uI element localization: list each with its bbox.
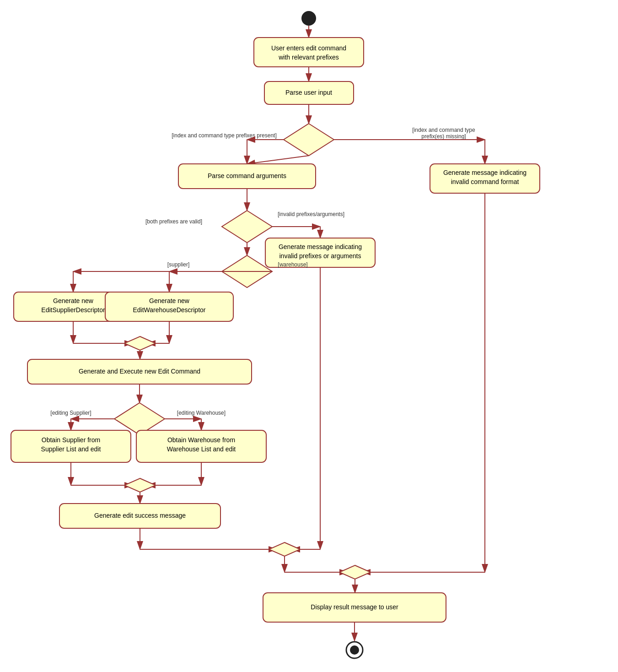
invalid-format-text: Generate message indicating: [443, 169, 527, 176]
label-editing-warehouse: [editing Warehouse]: [177, 410, 226, 416]
obtain-supplier-text2: Supplier List and edit: [41, 445, 101, 453]
invalid-prefixes-text: Generate message indicating: [279, 243, 362, 250]
diamond-prefixes: [222, 211, 272, 243]
gen-execute-text: Generate and Execute new Edit Command: [79, 368, 200, 375]
gen-warehouse-desc-text2: EditWarehouseDescriptor: [133, 306, 206, 314]
diamond-index: [284, 124, 334, 156]
label-editing-supplier: [editing Supplier]: [50, 410, 91, 416]
diamond-merge1: [124, 336, 156, 350]
gen-supplier-desc-text: Generate new: [53, 297, 94, 304]
label-supplier: [supplier]: [167, 261, 190, 268]
user-enters-box: [254, 38, 364, 67]
invalid-prefixes-text2: invalid prefixes or arguments: [279, 252, 361, 260]
user-enters-text2: with relevant prefixes: [278, 54, 339, 61]
end-inner: [350, 645, 359, 655]
label-index-missing2: prefix(es) missing]: [421, 133, 466, 140]
svg-line-6: [247, 156, 309, 164]
label-warehouse: [warehouse]: [278, 261, 307, 268]
start-node: [301, 11, 316, 26]
gen-supplier-desc-text2: EditSupplierDescriptor: [41, 306, 105, 314]
gen-success-text: Generate edit success message: [94, 512, 186, 519]
user-enters-text: User enters edit command: [271, 44, 346, 52]
parse-args-text: Parse command arguments: [208, 172, 286, 179]
obtain-warehouse-text: Obtain Warehouse from: [167, 436, 235, 444]
diamond-merge2: [124, 478, 156, 492]
activity-diagram: User enters edit command with relevant p…: [0, 0, 618, 672]
display-result-text: Display result message to user: [311, 603, 398, 611]
label-index-missing: [index and command type: [412, 127, 475, 133]
gen-warehouse-desc-text: Generate new: [149, 297, 190, 304]
diamond-merge4: [339, 565, 371, 579]
obtain-supplier-text: Obtain Supplier from: [42, 436, 100, 444]
label-index-present: [index and command type prefixes present…: [172, 132, 276, 139]
parse-input-text: Parse user input: [285, 89, 332, 96]
obtain-warehouse-text2: Warehouse List and edit: [167, 445, 236, 453]
diamond-merge3: [269, 542, 300, 556]
label-invalid-prefixes: [invalid prefixes/arguments]: [278, 211, 344, 217]
invalid-format-text2: invalid command format: [451, 178, 519, 185]
label-both-valid: [both prefixes are valid]: [145, 218, 202, 225]
